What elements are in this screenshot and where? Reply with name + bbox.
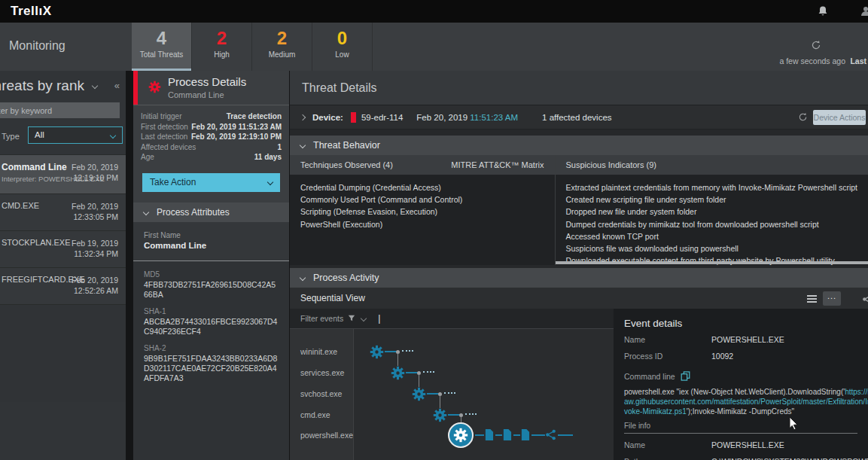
mouse-cursor [789,416,799,431]
mitre-matrix-header: MITRE ATT&CK™ Matrix [451,160,544,169]
indicators-column: Suspicious Indicators (9) Extracted plai… [556,155,868,265]
chevron-down-icon [300,275,306,281]
process-activity-header[interactable]: Process Activity [290,268,868,288]
event-dot[interactable] [438,392,442,396]
device-actions-button[interactable]: Device Actions [813,110,866,125]
indicator-item: Dumped credentials by mimikatz tool from… [566,218,857,230]
threat-details-panel: Threat Details Device: 59-edr-114 Feb 20… [290,71,868,460]
threat-behavior-table: Techniques Observed (4) MITRE ATT&CK™ Ma… [290,155,868,265]
file-event-icon[interactable] [520,429,530,440]
process-labels: wininit.exe services.exe svchost.exe cmd… [290,329,354,460]
view-label: Sequential View [300,293,365,303]
selected-process-gear-icon[interactable] [448,422,474,448]
chevron-down-icon [361,315,367,321]
technique-item: Credential Dumping (Credential Access) [300,181,544,193]
process-details-header: Process Details Command Line [133,71,289,105]
file-info-label: File info [624,422,857,434]
process-label[interactable]: cmd.exe [300,410,330,419]
threat-list-item[interactable]: STOCKPLAN.EXE Feb 19, 201911:32:34 PM [0,230,126,267]
network-event-icon[interactable] [545,429,556,440]
copy-icon[interactable] [681,371,690,381]
process-node-gear-icon[interactable] [370,345,384,359]
chevron-down-icon [143,209,149,215]
process-id-value: 10092 [711,352,733,361]
panel-divider [126,71,133,460]
threats-sidebar: Threats by rank « Type All Command Line … [0,71,126,460]
detection-time: 11:51:23 AM [470,113,518,122]
threat-list-item[interactable]: CMD.EXE Feb 20, 201912:33:05 PM [0,193,126,230]
chevron-down-icon [300,142,306,148]
notifications-bell-icon[interactable] [817,5,829,17]
more-options-button[interactable]: ... [823,291,841,306]
collapse-sidebar-icon[interactable]: « [114,80,120,91]
counter-medium[interactable]: 2 Medium [252,23,312,71]
command-line-value: powershell.exe "iex (New-Object Net.WebC… [624,387,868,416]
profile-icon[interactable] [860,5,868,17]
take-action-button[interactable]: Take Action [142,173,280,192]
counter-total-threats[interactable]: 4 Total Threats [132,23,192,71]
threats-by-rank-dropdown[interactable]: Threats by rank [0,78,97,94]
suspicious-indicators-header: Suspicious Indicators (9) [566,160,656,169]
refresh-icon[interactable] [798,112,808,122]
filter-events-placeholder: Filter events [300,314,343,323]
top-bar: TrellıX [0,0,868,23]
process-node-gear-icon[interactable] [433,408,447,422]
process-node-gear-icon[interactable] [412,387,426,401]
process-label[interactable]: svchost.exe [300,389,342,398]
process-label[interactable]: services.exe [300,368,344,377]
counter-high[interactable]: 2 High [192,23,252,71]
indicator-item: Accessed known TCP port [566,230,857,242]
severity-badge [351,112,356,123]
event-dot[interactable] [459,413,463,417]
threat-details-title: Threat Details [290,71,868,105]
panel-subtitle: Command Line [168,90,224,99]
page-title: Monitoring [9,39,65,53]
chevron-down-icon [267,179,273,185]
last-refreshed-caption: a few seconds ago [779,56,845,65]
horizontal-scrollbar[interactable] [556,261,868,264]
filter-events-bar[interactable]: Filter events | [290,309,614,329]
threat-behavior-header[interactable]: Threat Behavior [290,136,868,155]
expand-device-icon[interactable] [300,114,306,120]
time-range-selector[interactable]: Last [850,56,866,65]
trellix-logo: TrellıX [11,4,52,19]
process-tree: wininit.exe services.exe svchost.exe cmd… [290,329,614,460]
process-details-panel: Process Details Command Line Initial tri… [133,71,290,460]
chevron-down-icon [110,133,116,139]
event-details-panel: Event details Name POWERSHELL.EXE Proces… [614,309,868,460]
indicator-item: Suspicions file was downloaded using pow… [566,242,857,254]
event-dot[interactable] [396,350,400,354]
techniques-column: Techniques Observed (4) MITRE ATT&CK™ Ma… [290,155,556,265]
technique-item: Commonly Used Port (Command and Control) [300,193,544,206]
list-view-icon[interactable] [807,295,817,303]
affected-devices: 1 affected devices [542,113,612,122]
process-node-gear-icon[interactable] [391,366,405,380]
process-gear-icon [148,81,161,93]
threat-counters: 4 Total Threats 2 High 2 Medium 0 Low [132,23,373,71]
md5-value: 4FBB73DB2751FA269615D08C42A566BA [144,280,279,300]
device-row: Device: 59-edr-114 Feb 20, 2019 11:51:23… [290,105,868,129]
refresh-icon[interactable] [811,40,821,50]
file-path-value: C:\WINDOWS\SYSTEM32\WINDOWSPOWERSHELL\V1… [711,457,868,460]
search-input[interactable] [0,102,120,118]
device-name: 59-edr-114 [361,113,403,122]
process-label[interactable]: wininit.exe [300,347,337,356]
process-label[interactable]: powershell.exe [300,431,353,440]
type-label: Type [2,132,20,141]
file-event-icon[interactable] [484,429,494,440]
panel-title: Process Details [168,75,246,88]
counter-low[interactable]: 0 Low [312,23,373,71]
indicator-item: Created new scripting file under system … [566,193,857,206]
threat-list-item[interactable]: Command Line Interpreter: POWERSHELL.EXE… [0,154,126,193]
first-name-value: Command Line [144,241,279,250]
event-dot[interactable] [417,371,421,375]
type-select[interactable]: All [28,126,123,144]
technique-item: PowerShell (Execution) [300,218,544,230]
threat-list-item[interactable]: FREEGIFTCARD.EXE Feb 20, 201912:52:26 AM [0,267,126,304]
file-event-icon[interactable] [502,429,512,440]
chevron-down-icon [92,83,98,89]
process-attributes-header[interactable]: Process Attributes [133,203,289,222]
sidebar-empty-area [0,304,126,402]
sha2-value: 9B9B1FE751FDAA3243BB0233A6D8D302117CAE0A… [144,354,279,383]
graph-view-icon[interactable] [862,294,868,305]
